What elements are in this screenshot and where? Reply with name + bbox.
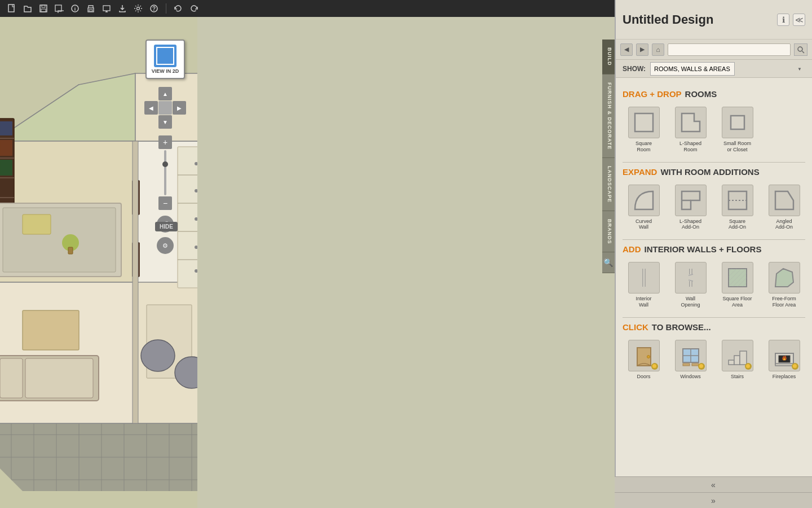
undo-icon[interactable] xyxy=(172,2,184,15)
right-panel: Untitled Design ℹ ≪ ◀ ▶ ⌂ SHOW: ROOMS, W… xyxy=(615,0,812,508)
nav-right-button[interactable]: ▶ xyxy=(173,101,186,115)
stairs-item[interactable]: Stairs xyxy=(716,338,758,382)
svg-rect-161 xyxy=(729,360,734,365)
doors-item[interactable]: Doors xyxy=(623,338,665,382)
panel-content: DRAG + DROP ROOMS SquareRoom L-ShapedRoo… xyxy=(616,78,812,508)
zoom-out-button[interactable]: − xyxy=(158,196,172,210)
l-shaped-addon-item[interactable]: L-ShapedAdd-On xyxy=(669,182,712,233)
fireplaces-item[interactable]: Fireplaces xyxy=(763,338,805,382)
back-arrow-button[interactable]: ◀ xyxy=(620,43,633,56)
info-icon[interactable]: i xyxy=(69,2,81,15)
angled-addon-item[interactable]: AngledAdd-On xyxy=(763,182,805,233)
side-tab-furnish[interactable]: FURNISH & DECORATE xyxy=(602,75,615,158)
wall-opening-label: WallOpening xyxy=(681,296,700,308)
l-shaped-addon-icon xyxy=(675,185,707,216)
fireplaces-label: Fireplaces xyxy=(773,374,796,380)
print-icon[interactable] xyxy=(85,2,97,15)
side-tab-search[interactable]: 🔍 xyxy=(602,252,615,273)
stairs-icon xyxy=(722,340,753,371)
doors-label: Doors xyxy=(637,374,650,380)
canvas-area[interactable]: VIEW IN 2D ▲ ◀ ▶ ▼ + − ↺ ⚙ HIDE xyxy=(0,17,197,508)
show-label: SHOW: xyxy=(623,65,646,73)
drag-drop-grid: SquareRoom L-ShapedRoom Small Roomor Clo… xyxy=(623,104,805,155)
panel-info-button[interactable]: ℹ xyxy=(777,14,789,26)
svg-rect-111 xyxy=(3,208,116,272)
small-room-item[interactable]: Small Roomor Closet xyxy=(716,104,758,155)
svg-rect-82 xyxy=(0,160,12,176)
svg-marker-56 xyxy=(0,73,135,141)
save-icon[interactable] xyxy=(37,2,50,15)
svg-rect-114 xyxy=(68,247,73,254)
collapse-up-button[interactable]: « xyxy=(615,476,812,492)
preview-icon[interactable] xyxy=(100,2,113,15)
view-2d-button[interactable]: VIEW IN 2D xyxy=(145,40,185,79)
new-icon[interactable] xyxy=(6,2,18,15)
panel-header-icons: ℹ ≪ xyxy=(777,14,805,26)
zoom-in-button[interactable]: + xyxy=(158,135,172,149)
curved-wall-icon xyxy=(628,185,660,216)
l-shaped-room-item[interactable]: L-ShapedRoom xyxy=(669,104,712,155)
settings-icon[interactable] xyxy=(132,2,144,15)
interior-wall-label: InteriorWall xyxy=(636,296,651,308)
nav-center-button[interactable] xyxy=(158,101,172,115)
interior-wall-item[interactable]: InteriorWall xyxy=(623,260,665,310)
svg-line-148 xyxy=(689,280,693,281)
svg-rect-60 xyxy=(0,282,135,423)
drag-text: ROOMS xyxy=(685,89,717,99)
square-room-item[interactable]: SquareRoom xyxy=(623,104,665,155)
svg-rect-163 xyxy=(740,351,747,365)
panel-header: Untitled Design ℹ ≪ xyxy=(616,0,812,40)
windows-item[interactable]: Windows xyxy=(669,338,712,382)
svg-text:?: ? xyxy=(152,6,156,12)
collapse-buttons: « » xyxy=(615,476,812,508)
side-tab-brands[interactable]: BRANDS xyxy=(602,211,615,253)
hide-button[interactable]: HIDE xyxy=(155,222,178,231)
freeform-floor-label: Free-FormFloor Area xyxy=(772,296,796,308)
forward-arrow-button[interactable]: ▶ xyxy=(636,43,648,56)
side-tab-landscape[interactable]: LANDSCAPE xyxy=(602,158,615,211)
expand-keyword: EXPAND xyxy=(623,167,657,177)
square-addon-icon xyxy=(722,185,753,216)
small-room-label: Small Roomor Closet xyxy=(723,141,751,153)
home-button[interactable]: ⌂ xyxy=(652,43,664,56)
svg-point-108 xyxy=(141,340,175,371)
navigation-pad: ▲ ◀ ▶ ▼ xyxy=(144,87,186,129)
interior-header: ADD INTERIOR WALLS + FLOORS xyxy=(623,244,805,254)
svg-rect-133 xyxy=(635,113,653,132)
l-shaped-room-label: L-ShapedRoom xyxy=(679,141,701,153)
search-input[interactable] xyxy=(668,43,791,56)
side-tab-build[interactable]: BUILD xyxy=(602,40,615,75)
nav-down-button[interactable]: ▼ xyxy=(158,115,172,129)
interior-wall-icon xyxy=(628,262,660,294)
svg-rect-81 xyxy=(0,140,12,156)
nav-left-button[interactable]: ◀ xyxy=(144,101,158,115)
square-addon-item[interactable]: SquareAdd-On xyxy=(716,182,758,233)
export-icon[interactable] xyxy=(116,2,129,15)
svg-text:i: i xyxy=(74,6,76,12)
search-button[interactable] xyxy=(794,43,807,56)
square-floor-item[interactable]: Square FloorArea xyxy=(716,260,758,310)
show-row: SHOW: ROOMS, WALLS & AREAS FURNITURE & F… xyxy=(616,60,812,78)
zoom-thumb[interactable] xyxy=(162,161,168,167)
settings-view-button[interactable]: ⚙ xyxy=(157,237,174,254)
freeform-floor-item[interactable]: Free-FormFloor Area xyxy=(763,260,805,310)
show-select[interactable]: ROOMS, WALLS & AREAS FURNITURE & FIXTURE… xyxy=(650,62,735,76)
panel-collapse-button[interactable]: ≪ xyxy=(793,14,805,26)
expand-text: WITH ROOM ADDITIONS xyxy=(660,167,759,177)
help-icon[interactable]: ? xyxy=(148,2,160,15)
redo-icon[interactable] xyxy=(188,2,200,15)
svg-line-147 xyxy=(689,274,693,275)
curved-wall-item[interactable]: CurvedWall xyxy=(623,182,665,233)
svg-rect-138 xyxy=(729,191,747,209)
open-icon[interactable] xyxy=(21,2,34,15)
expand-grid: CurvedWall L-ShapedAdd-On SquareAdd-On A… xyxy=(623,182,805,233)
wall-opening-item[interactable]: WallOpening xyxy=(669,260,712,310)
zoom-bar: + − xyxy=(158,135,172,210)
saveas-icon[interactable] xyxy=(53,2,65,15)
svg-rect-80 xyxy=(0,121,12,135)
doors-icon xyxy=(628,340,660,371)
nav-up-button[interactable]: ▲ xyxy=(158,87,172,100)
square-room-icon xyxy=(628,107,660,138)
collapse-down-button[interactable]: » xyxy=(615,492,812,508)
svg-rect-159 xyxy=(683,364,690,366)
